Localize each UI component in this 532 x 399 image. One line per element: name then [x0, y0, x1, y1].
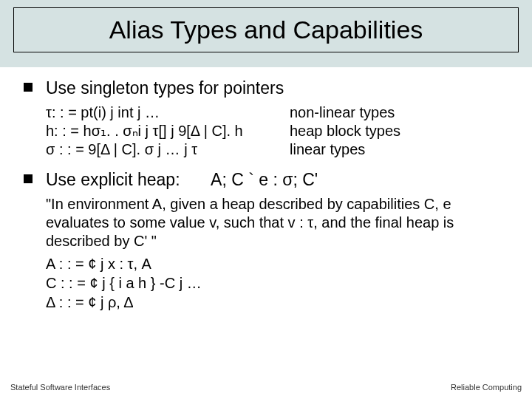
grammar-rhs: linear types	[290, 140, 365, 159]
grammar-lhs: τ: : = pt(i) j int j …	[46, 103, 290, 122]
grammar-rhs: non-linear types	[290, 103, 395, 122]
bullet-2: Use explicit heap: A; C ` e : σ; C'	[24, 169, 508, 191]
title-region: Alias Types and Capabilities	[0, 0, 532, 54]
slide: Alias Types and Capabilities Use singlet…	[0, 0, 532, 399]
definition-line: A : : = ¢ j x : τ, A	[46, 255, 508, 273]
square-bullet-icon	[24, 174, 33, 183]
square-bullet-icon	[24, 83, 33, 92]
grammar-row: τ: : = pt(i) j int j … non-linear types	[46, 103, 508, 122]
grammar-row: h: : = hσ₁. . σₙi j τ[] j 9[Δ | C]. h he…	[46, 122, 508, 140]
footer: Stateful Software Interfaces Reliable Co…	[10, 383, 522, 392]
definitions: A : : = ¢ j x : τ, A C : : = ¢ j { i a h…	[46, 255, 508, 312]
definition-line: C : : = ¢ j { i a h } -C j …	[46, 274, 508, 293]
grammar-block: τ: : = pt(i) j int j … non-linear types …	[46, 103, 508, 159]
bullet-2-right: A; C ` e : σ; C'	[211, 170, 318, 189]
title-spacer	[0, 54, 532, 67]
grammar-rhs: heap block types	[290, 122, 400, 140]
footer-left: Stateful Software Interfaces	[10, 383, 110, 392]
bullet-2-left: Use explicit heap:	[46, 170, 180, 189]
grammar-lhs: σ : : = 9[Δ | C]. σ j … j τ	[46, 140, 290, 159]
slide-title: Alias Types and Capabilities	[13, 7, 519, 52]
slide-body: Use singleton types for pointers τ: : = …	[0, 67, 532, 399]
grammar-row: σ : : = 9[Δ | C]. σ j … j τ linear types	[46, 140, 508, 159]
grammar-lhs: h: : = hσ₁. . σₙi j τ[] j 9[Δ | C]. h	[46, 122, 290, 140]
quote-text: "In environment A, given a heap describe…	[46, 195, 508, 250]
footer-right: Reliable Computing	[451, 383, 522, 392]
definition-line: Δ : : = ¢ j ρ, Δ	[46, 293, 508, 312]
bullet-2-text: Use explicit heap: A; C ` e : σ; C'	[46, 169, 318, 191]
bullet-1-text: Use singleton types for pointers	[46, 78, 284, 99]
bullet-1: Use singleton types for pointers	[24, 78, 508, 99]
